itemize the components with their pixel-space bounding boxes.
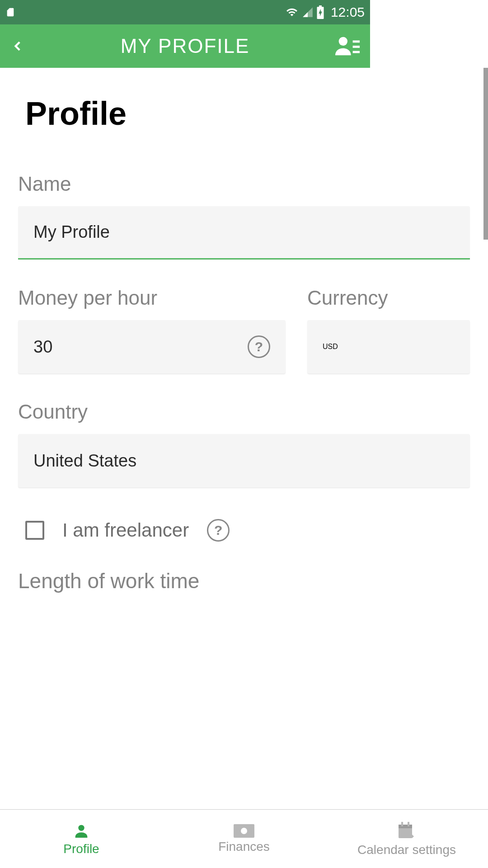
back-button[interactable]	[9, 37, 27, 55]
app-bar-title: MY PROFILE	[0, 35, 370, 57]
mph-label: Money per hour	[18, 287, 286, 309]
status-time: 12:05	[331, 5, 365, 20]
battery-charging-icon	[316, 5, 324, 19]
sd-card-icon	[5, 6, 15, 19]
svg-rect-4	[353, 46, 360, 48]
help-icon[interactable]: ?	[207, 519, 230, 542]
name-label: Name	[18, 173, 370, 195]
country-select[interactable]: United States	[18, 434, 370, 487]
mph-input-wrap: ?	[18, 320, 286, 373]
currency-select[interactable]: USD	[307, 320, 370, 373]
freelancer-checkbox[interactable]	[25, 521, 44, 540]
country-value: United States	[33, 451, 136, 471]
wifi-icon	[285, 6, 299, 18]
status-bar: 12:05	[0, 0, 370, 24]
svg-rect-5	[353, 51, 360, 53]
help-icon[interactable]: ?	[248, 335, 270, 358]
app-bar: MY PROFILE	[0, 24, 370, 68]
currency-value: USD	[323, 343, 338, 351]
content-scroll[interactable]: Profile Name Money per hour ? Currency U…	[0, 68, 370, 658]
page-heading: Profile	[25, 95, 370, 132]
currency-label: Currency	[307, 287, 370, 309]
freelancer-label: I am freelancer	[62, 519, 189, 541]
signal-icon	[302, 6, 314, 18]
svg-rect-3	[353, 40, 360, 42]
svg-rect-1	[319, 5, 322, 7]
country-label: Country	[18, 401, 370, 423]
svg-point-2	[339, 37, 347, 46]
worktime-label: Length of work time	[18, 569, 370, 593]
name-input[interactable]	[18, 206, 370, 259]
mph-input[interactable]	[33, 337, 248, 357]
contact-list-button[interactable]	[334, 35, 361, 57]
